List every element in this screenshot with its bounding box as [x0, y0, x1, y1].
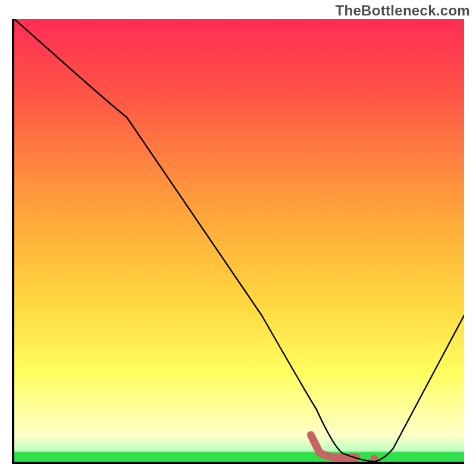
watermark-text: TheBottleneck.com [336, 2, 470, 19]
marker-segment [311, 435, 356, 458]
plot-area [12, 19, 464, 464]
curve-layer [14, 19, 464, 462]
chart-canvas: TheBottleneck.com [0, 0, 476, 476]
bottleneck-curve [14, 19, 464, 462]
